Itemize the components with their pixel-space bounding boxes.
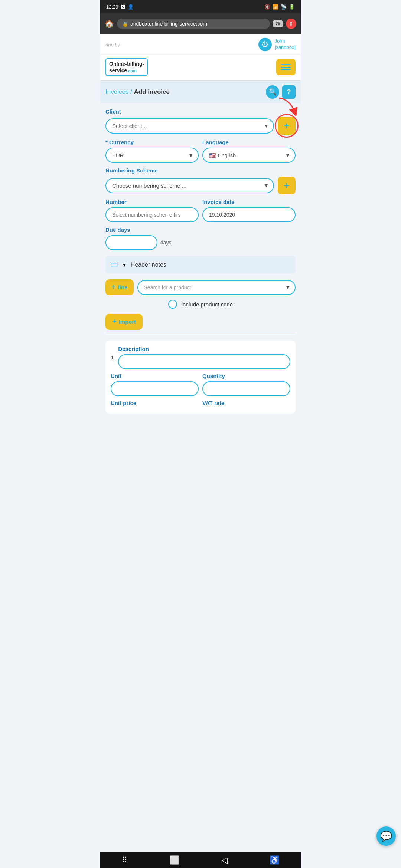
breadcrumb-parent[interactable]: Invoices	[105, 88, 128, 95]
language-label: Language	[202, 139, 296, 145]
signal-icon: 📡	[281, 4, 287, 10]
numbering-scheme-select-wrapper: Choose numbering scheme ... ▼	[105, 178, 274, 193]
vat-rate-label: VAT rate	[202, 400, 290, 406]
header-notes-label: Header notes	[131, 262, 166, 268]
header-notes-icon: 🗃	[111, 260, 118, 269]
url-bar[interactable]: 🔒 andbox.online-billing-service.com	[117, 19, 270, 29]
include-product-code-row: include product code	[105, 300, 296, 309]
home-icon[interactable]: 🏠	[105, 19, 114, 28]
plus-icon-3: +	[111, 283, 116, 292]
photo-icon: 🖼	[121, 4, 125, 10]
import-label: Import	[119, 319, 136, 325]
due-days-row: days	[105, 235, 296, 250]
add-line-button[interactable]: + line	[105, 279, 134, 295]
help-button[interactable]: ?	[282, 85, 296, 99]
plus-icon-2: +	[284, 180, 289, 191]
days-unit-label: days	[160, 240, 172, 246]
breadcrumb-current: Add invoice	[134, 88, 170, 95]
line-label: line	[118, 284, 128, 290]
currency-language-row: * Currency EUR USD ▼ Language 🇺🇸 English…	[105, 139, 296, 163]
unit-quantity-row: Unit Quantity	[111, 373, 290, 396]
number-date-row: Number Invoice date	[105, 199, 296, 222]
number-input[interactable]	[105, 207, 199, 222]
breadcrumb-text: Invoices / Add invoice	[105, 88, 170, 96]
user-name: John [sandbox]	[275, 38, 296, 51]
search-button[interactable]: 🔍	[266, 85, 279, 99]
currency-field: * Currency EUR USD ▼	[105, 139, 199, 163]
app-by-label: app by	[105, 42, 120, 47]
lock-icon: 🔒	[122, 21, 128, 27]
plus-icon-4: +	[112, 318, 117, 326]
product-search-wrapper: Search for a product ▼	[137, 280, 296, 295]
wifi-icon: 📶	[273, 4, 278, 10]
currency-label: * Currency	[105, 139, 199, 145]
breadcrumb: Invoices / Add invoice 🔍 ?	[100, 81, 301, 103]
number-label: Number	[105, 199, 199, 205]
mute-icon: 🔇	[264, 4, 270, 10]
logo: Online-billing- service.com	[105, 58, 148, 76]
chevron-header-icon: ▼	[122, 262, 127, 268]
description-input[interactable]	[118, 354, 290, 369]
client-select-wrapper: Select client... ▼	[105, 118, 274, 134]
currency-select[interactable]: EUR USD	[105, 148, 199, 163]
numbering-scheme-row: Choose numbering scheme ... ▼ +	[105, 177, 296, 194]
product-search-select[interactable]: Search for a product	[137, 280, 296, 295]
description-row: 1 Description	[111, 346, 290, 369]
plus-icon: +	[284, 120, 289, 132]
upload-icon[interactable]: ⬆	[286, 19, 296, 29]
client-select[interactable]: Select client...	[105, 118, 274, 134]
description-label: Description	[118, 346, 290, 352]
unit-input[interactable]	[111, 381, 199, 396]
numbering-scheme-label: Numbering Scheme	[105, 167, 296, 174]
power-icon[interactable]: ⏻	[258, 38, 272, 51]
language-select-wrapper: 🇺🇸 English 🇫🇷 French ▼	[202, 148, 296, 163]
app-header: app by ⏻ John [sandbox]	[100, 34, 301, 55]
logo-menu-row: Online-billing- service.com	[100, 55, 301, 81]
url-text: andbox.online-billing-service.com	[130, 21, 207, 27]
line-number: 1	[111, 354, 114, 361]
due-days-input[interactable]	[105, 235, 157, 250]
numbering-scheme-select[interactable]: Choose numbering scheme ...	[105, 178, 274, 193]
quantity-field: Quantity	[202, 373, 290, 396]
unit-price-label: Unit price	[111, 400, 199, 406]
client-label: Client	[105, 108, 296, 115]
unit-price-vat-row: Unit price VAT rate	[111, 400, 290, 408]
status-bar: 12:29 🖼 👤 🔇 📶 📡 🔋	[100, 0, 301, 13]
menu-button[interactable]	[276, 59, 296, 75]
invoice-date-field: Invoice date	[202, 199, 296, 222]
user-section: ⏻ John [sandbox]	[258, 38, 296, 51]
line-item-section: 1 Description Unit Quantity Unit price V…	[105, 341, 296, 414]
invoice-date-label: Invoice date	[202, 199, 296, 205]
tab-count[interactable]: 75	[273, 20, 283, 27]
person-icon: 👤	[128, 4, 134, 10]
battery-icon: 🔋	[289, 4, 295, 10]
number-field: Number	[105, 199, 199, 222]
quantity-input[interactable]	[202, 381, 290, 396]
status-right-icons: 🔇 📶 📡 🔋	[264, 4, 295, 10]
language-select[interactable]: 🇺🇸 English 🇫🇷 French	[202, 148, 296, 163]
currency-select-wrapper: EUR USD ▼	[105, 148, 199, 163]
unit-field: Unit	[111, 373, 199, 396]
browser-bar: 🏠 🔒 andbox.online-billing-service.com 75…	[100, 13, 301, 34]
client-row: Select client... ▼ +	[105, 117, 296, 135]
invoice-date-input[interactable]	[202, 207, 296, 222]
add-numbering-scheme-button[interactable]: +	[278, 177, 296, 194]
include-product-code-radio[interactable]	[168, 300, 177, 309]
breadcrumb-separator: /	[130, 88, 134, 95]
due-days-label: Due days	[105, 227, 296, 233]
unit-label: Unit	[111, 373, 199, 379]
line-product-row: + line Search for a product ▼	[105, 279, 296, 295]
breadcrumb-icons: 🔍 ?	[266, 85, 296, 99]
import-button[interactable]: + Import	[105, 314, 143, 330]
header-notes-bar[interactable]: 🗃 ▼ Header notes	[105, 256, 296, 273]
include-product-code-label: include product code	[182, 301, 233, 308]
form-area: Client Select client... ▼ + * Cu	[100, 103, 301, 414]
quantity-label: Quantity	[202, 373, 290, 379]
add-client-button[interactable]: +	[278, 117, 296, 135]
status-time: 12:29	[106, 4, 118, 10]
language-field: Language 🇺🇸 English 🇫🇷 French ▼	[202, 139, 296, 163]
divider	[105, 335, 296, 335]
